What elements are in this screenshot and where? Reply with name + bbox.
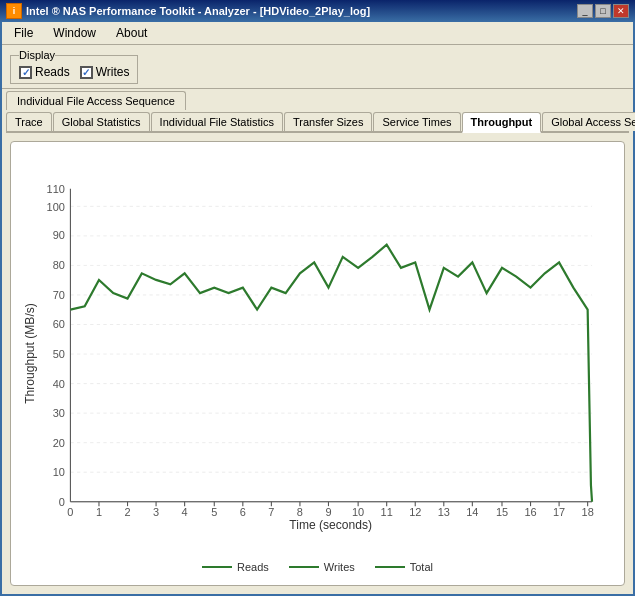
- legend-total-line: [375, 566, 405, 568]
- menu-file[interactable]: File: [6, 24, 41, 42]
- svg-text:17: 17: [553, 506, 565, 518]
- legend-writes: Writes: [289, 561, 355, 573]
- window-body: File Window About Display Reads Writes I…: [0, 22, 635, 596]
- reads-checkbox[interactable]: [19, 66, 32, 79]
- title-bar-controls[interactable]: _ □ ✕: [577, 4, 629, 18]
- title-bar-left: i Intel ® NAS Performance Toolkit - Anal…: [6, 3, 370, 19]
- menu-bar: File Window About: [2, 22, 633, 45]
- svg-text:4: 4: [182, 506, 188, 518]
- tab-service-times[interactable]: Service Times: [373, 112, 460, 131]
- legend-writes-line: [289, 566, 319, 568]
- svg-text:2: 2: [124, 506, 130, 518]
- throughput-chart: Throughput (MB/s): [21, 152, 614, 555]
- reads-checkbox-label[interactable]: Reads: [19, 65, 70, 79]
- svg-text:7: 7: [268, 506, 274, 518]
- svg-text:60: 60: [53, 318, 65, 330]
- svg-text:Throughput (MB/s): Throughput (MB/s): [23, 303, 37, 404]
- display-group: Display Reads Writes: [10, 49, 138, 84]
- svg-text:50: 50: [53, 348, 65, 360]
- window-title: Intel ® NAS Performance Toolkit - Analyz…: [26, 5, 370, 17]
- reads-label: Reads: [35, 65, 70, 79]
- writes-label: Writes: [96, 65, 130, 79]
- chart-inner: Throughput (MB/s): [21, 152, 614, 555]
- title-bar: i Intel ® NAS Performance Toolkit - Anal…: [0, 0, 635, 22]
- tab-row-2: Trace Global Statistics Individual File …: [6, 112, 629, 133]
- svg-text:Time (seconds): Time (seconds): [289, 518, 372, 532]
- svg-text:10: 10: [352, 506, 364, 518]
- chart-legend: Reads Writes Total: [21, 555, 614, 575]
- writes-checkbox[interactable]: [80, 66, 93, 79]
- chart-area: Throughput (MB/s): [2, 133, 633, 594]
- svg-text:70: 70: [53, 289, 65, 301]
- tabs-container: Individual File Access Sequence Trace Gl…: [2, 89, 633, 133]
- tab-individual-file-statistics[interactable]: Individual File Statistics: [151, 112, 283, 131]
- svg-text:90: 90: [53, 229, 65, 241]
- reads-line: [70, 245, 592, 502]
- writes-checkbox-label[interactable]: Writes: [80, 65, 130, 79]
- svg-text:110: 110: [47, 183, 65, 195]
- svg-text:12: 12: [409, 506, 421, 518]
- tab-throughput[interactable]: Throughput: [462, 112, 542, 133]
- tab-row-1: Individual File Access Sequence: [6, 91, 629, 110]
- svg-text:9: 9: [325, 506, 331, 518]
- legend-reads: Reads: [202, 561, 269, 573]
- svg-text:20: 20: [53, 437, 65, 449]
- svg-text:15: 15: [496, 506, 508, 518]
- svg-text:13: 13: [438, 506, 450, 518]
- close-button[interactable]: ✕: [613, 4, 629, 18]
- tab-global-statistics[interactable]: Global Statistics: [53, 112, 150, 131]
- tab-individual-file-access[interactable]: Individual File Access Sequence: [6, 91, 186, 110]
- tab-trace[interactable]: Trace: [6, 112, 52, 131]
- legend-writes-label: Writes: [324, 561, 355, 573]
- chart-container: Throughput (MB/s): [10, 141, 625, 586]
- svg-text:5: 5: [211, 506, 217, 518]
- svg-text:40: 40: [53, 378, 65, 390]
- svg-text:11: 11: [381, 506, 393, 518]
- menu-about[interactable]: About: [108, 24, 155, 42]
- svg-text:0: 0: [59, 496, 65, 508]
- menu-window[interactable]: Window: [45, 24, 104, 42]
- svg-text:80: 80: [53, 259, 65, 271]
- toolbar: Display Reads Writes: [2, 45, 633, 89]
- svg-text:8: 8: [297, 506, 303, 518]
- legend-total: Total: [375, 561, 433, 573]
- svg-text:3: 3: [153, 506, 159, 518]
- tab-global-access-sequence[interactable]: Global Access Sequence: [542, 112, 635, 131]
- app-icon: i: [6, 3, 22, 19]
- legend-reads-label: Reads: [237, 561, 269, 573]
- svg-text:18: 18: [582, 506, 594, 518]
- minimize-button[interactable]: _: [577, 4, 593, 18]
- legend-reads-line: [202, 566, 232, 568]
- svg-text:10: 10: [53, 466, 65, 478]
- svg-text:30: 30: [53, 407, 65, 419]
- restore-button[interactable]: □: [595, 4, 611, 18]
- svg-text:14: 14: [466, 506, 478, 518]
- legend-total-label: Total: [410, 561, 433, 573]
- svg-text:0: 0: [67, 506, 73, 518]
- svg-text:6: 6: [240, 506, 246, 518]
- svg-text:16: 16: [524, 506, 536, 518]
- tab-transfer-sizes[interactable]: Transfer Sizes: [284, 112, 373, 131]
- display-label: Display: [19, 49, 55, 61]
- svg-text:100: 100: [47, 201, 65, 213]
- svg-text:1: 1: [96, 506, 102, 518]
